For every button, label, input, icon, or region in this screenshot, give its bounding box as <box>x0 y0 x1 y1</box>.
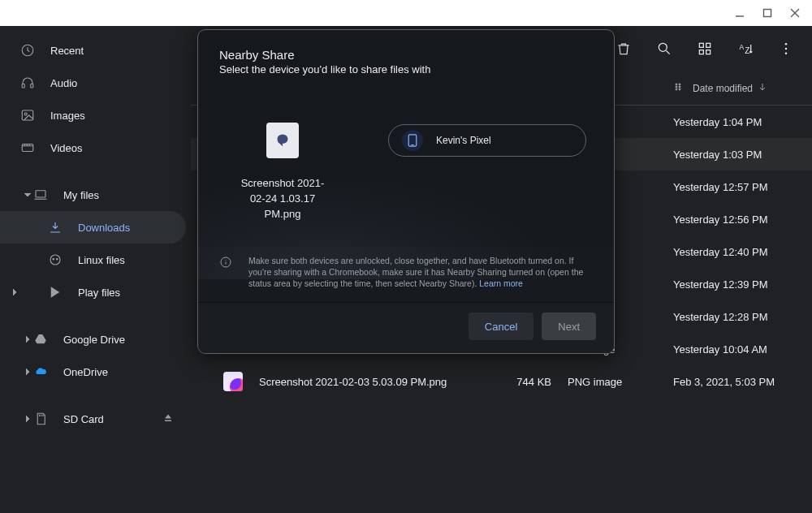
sidebar-item-onedrive[interactable]: OneDrive <box>0 356 186 388</box>
svg-rect-18 <box>706 50 710 54</box>
svg-point-34 <box>225 259 226 260</box>
download-icon <box>47 219 63 235</box>
svg-point-13 <box>57 259 58 261</box>
sidebar-item-videos[interactable]: Videos <box>0 131 186 164</box>
svg-point-26 <box>676 86 677 88</box>
svg-text:A: A <box>740 43 745 51</box>
file-type-cell: PNG image <box>568 376 673 388</box>
sidebar-item-linux-files[interactable]: Linux files <box>0 244 186 276</box>
sidebar-item-label: My files <box>63 189 99 201</box>
sidebar-item-label: OneDrive <box>63 366 108 378</box>
sidebar-item-label: Downloads <box>78 222 130 234</box>
clock-icon <box>19 42 36 58</box>
laptop-icon <box>32 187 49 203</box>
window-maximize-button[interactable] <box>755 3 780 23</box>
window-titlebar <box>0 0 812 26</box>
video-icon <box>19 140 36 156</box>
column-resize-handle-icon[interactable] <box>673 82 683 94</box>
file-date-cell: Yesterday 12:56 PM <box>673 213 799 226</box>
sidebar-item-label: SD Card <box>63 413 104 425</box>
device-name-label: Kevin's Pixel <box>436 135 491 146</box>
next-button[interactable]: Next <box>542 313 596 340</box>
sidebar-item-label: Recent <box>50 45 84 57</box>
svg-point-12 <box>53 259 54 261</box>
file-date-cell: Yesterday 1:03 PM <box>673 149 799 161</box>
sort-descending-icon <box>758 82 767 94</box>
info-icon <box>219 255 235 290</box>
dialog-title: Nearby Share <box>219 48 593 62</box>
svg-rect-6 <box>31 84 33 88</box>
dialog-info-text: Make sure both devices are unlocked, clo… <box>248 256 583 288</box>
svg-rect-7 <box>22 110 33 120</box>
search-button[interactable] <box>648 32 680 65</box>
sidebar-item-label: Audio <box>50 77 77 89</box>
sidebar-item-label: Linux files <box>78 254 125 266</box>
file-size-cell: 744 KB <box>495 376 568 388</box>
file-date-cell: Yesterday 10:04 AM <box>673 343 799 356</box>
table-row[interactable]: Screenshot 2021-02-03 5.03.09 PM.png744 … <box>191 365 812 398</box>
nearby-share-dialog: Nearby Share Select the device you'd lik… <box>197 29 615 354</box>
svg-rect-9 <box>22 144 33 152</box>
svg-point-27 <box>679 86 680 88</box>
play-icon <box>47 284 63 300</box>
file-date-cell: Yesterday 12:40 PM <box>673 246 799 258</box>
sidebar-item-images[interactable]: Images <box>0 99 186 131</box>
window-minimize-button[interactable] <box>728 3 752 23</box>
svg-point-21 <box>785 43 788 45</box>
window-close-button[interactable] <box>783 3 807 23</box>
sort-button[interactable]: AZ <box>729 32 762 65</box>
sidebar-item-audio[interactable]: Audio <box>0 67 186 99</box>
learn-more-link[interactable]: Learn more <box>479 278 523 288</box>
file-name-label: Screenshot 2021-02-24 1.03.17 PM.png <box>234 176 331 222</box>
file-thumbnail <box>266 123 299 158</box>
svg-point-25 <box>679 84 680 85</box>
headphones-icon <box>19 75 36 91</box>
chevron-down-icon[interactable] <box>21 188 34 201</box>
svg-point-28 <box>676 88 677 90</box>
sidebar-item-downloads[interactable]: Downloads <box>0 211 186 244</box>
file-name-cell: Screenshot 2021-02-03 5.03.09 PM.png <box>259 376 495 388</box>
chevron-right-icon[interactable] <box>21 365 34 378</box>
svg-point-22 <box>785 48 788 50</box>
svg-rect-16 <box>706 43 710 47</box>
sidebar-item-label: Images <box>50 110 85 122</box>
column-date-modified[interactable]: Date modified <box>673 82 799 94</box>
view-grid-button[interactable] <box>689 32 721 65</box>
sidebar-item-recent[interactable]: Recent <box>0 34 186 67</box>
sidebar: Recent Audio Images Videos My files <box>0 26 191 513</box>
file-date-cell: Yesterday 12:57 PM <box>673 181 799 193</box>
phone-icon <box>402 130 423 151</box>
sidebar-item-play-files[interactable]: Play files <box>0 276 186 308</box>
svg-point-24 <box>676 84 677 85</box>
file-date-cell: Feb 3, 2021, 5:03 PM <box>673 376 799 388</box>
svg-point-14 <box>659 43 667 51</box>
more-menu-button[interactable] <box>770 32 802 65</box>
onedrive-icon <box>32 364 49 380</box>
eject-icon[interactable] <box>163 413 173 425</box>
svg-point-23 <box>785 53 788 55</box>
sidebar-item-label: Play files <box>78 287 120 299</box>
sidebar-item-label: Google Drive <box>63 334 125 346</box>
svg-point-29 <box>679 88 680 90</box>
dialog-info-panel: Make sure both devices are unlocked, clo… <box>198 247 614 303</box>
image-icon <box>19 107 36 123</box>
linux-icon <box>47 252 63 268</box>
sidebar-item-label: Videos <box>50 142 83 154</box>
file-date-cell: Yesterday 12:39 PM <box>673 278 799 291</box>
svg-rect-1 <box>764 10 771 17</box>
sidebar-item-google-drive[interactable]: Google Drive <box>0 323 186 356</box>
svg-point-8 <box>24 113 27 115</box>
chevron-right-icon[interactable] <box>21 333 34 346</box>
sidebar-item-sd-card[interactable]: SD Card <box>0 403 186 435</box>
sidebar-item-my-files[interactable]: My files <box>0 179 186 211</box>
dialog-subtitle: Select the device you'd like to share fi… <box>219 63 593 75</box>
file-date-cell: Yesterday 12:28 PM <box>673 311 799 323</box>
chevron-right-icon[interactable] <box>21 412 34 425</box>
chevron-right-icon[interactable] <box>8 286 21 299</box>
device-option[interactable]: Kevin's Pixel <box>388 124 586 157</box>
svg-rect-5 <box>22 84 24 88</box>
column-date-label: Date modified <box>693 83 753 94</box>
cancel-button[interactable]: Cancel <box>469 313 533 340</box>
svg-point-11 <box>50 255 60 265</box>
file-thumbnail <box>223 372 243 391</box>
